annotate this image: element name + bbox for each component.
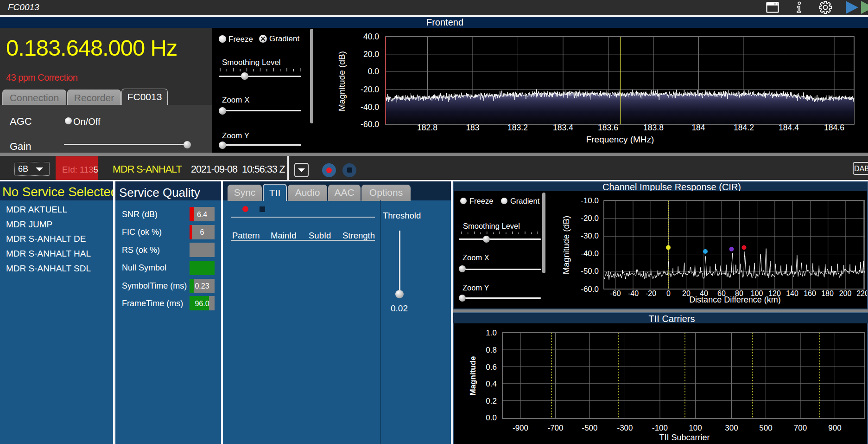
- svg-text:-60: -60: [610, 290, 621, 297]
- svg-text:0: 0: [666, 290, 671, 297]
- svg-text:-40: -40: [628, 290, 639, 297]
- svg-text:900: 900: [828, 424, 841, 432]
- svg-text:-30.0: -30.0: [581, 232, 599, 240]
- svg-text:220: 220: [856, 290, 868, 297]
- svg-text:-20: -20: [646, 290, 656, 297]
- svg-text:0.2: 0.2: [486, 397, 497, 405]
- svg-text:Magnitude (dB): Magnitude (dB): [561, 216, 571, 274]
- svg-text:200: 200: [839, 290, 852, 297]
- svg-text:0.0: 0.0: [486, 413, 497, 422]
- svg-text:300: 300: [725, 424, 738, 432]
- svg-text:-100: -100: [652, 424, 668, 432]
- svg-text:-50.0: -50.0: [581, 267, 599, 276]
- svg-text:0.6: 0.6: [486, 363, 497, 372]
- svg-text:700: 700: [794, 424, 807, 432]
- svg-text:100: 100: [689, 424, 702, 432]
- svg-text:0.8: 0.8: [486, 346, 497, 354]
- svg-text:-40.0: -40.0: [581, 249, 599, 258]
- svg-text:160: 160: [804, 290, 816, 297]
- svg-text:-700: -700: [547, 424, 563, 432]
- svg-text:TII Subcarrier: TII Subcarrier: [659, 433, 710, 442]
- svg-text:-60.0: -60.0: [581, 285, 599, 294]
- svg-text:-900: -900: [513, 424, 528, 432]
- svg-text:140: 140: [786, 290, 798, 297]
- svg-text:1.0: 1.0: [486, 328, 497, 337]
- svg-text:Magnitude: Magnitude: [469, 356, 477, 396]
- svg-text:0.4: 0.4: [486, 380, 497, 388]
- svg-text:180: 180: [821, 290, 834, 297]
- svg-text:Distance Difference (km): Distance Difference (km): [689, 295, 781, 304]
- svg-text:-10.0: -10.0: [581, 196, 599, 205]
- svg-text:-300: -300: [617, 424, 633, 432]
- svg-text:-500: -500: [582, 424, 597, 432]
- svg-text:-20.0: -20.0: [581, 214, 599, 223]
- svg-text:500: 500: [759, 424, 772, 432]
